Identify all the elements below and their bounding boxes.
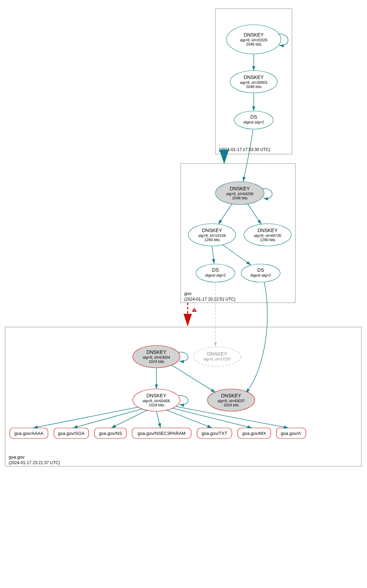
edge-ds2-to-gsa-alt [246, 282, 267, 393]
svg-text:DNSKEY: DNSKEY [258, 228, 278, 233]
edge-zsk-mx [172, 408, 252, 428]
svg-text:gsa.gov/NS: gsa.gov/NS [99, 431, 122, 436]
edge-govksk-zsk1 [218, 204, 232, 224]
edge-gsaksk-gsalt [172, 365, 215, 392]
zone-root-timestamp: (2024-01-17 17:53:30 UTC) [219, 147, 270, 152]
svg-text:1280 bits: 1280 bits [260, 238, 276, 242]
svg-text:DNSKEY: DNSKEY [146, 349, 166, 355]
svg-text:gsa.gov/TXT: gsa.gov/TXT [202, 431, 227, 436]
edge-zsk1-ds2 [222, 245, 251, 265]
svg-text:gsa.gov/AAAA: gsa.gov/AAAA [14, 431, 43, 436]
rrset-aaaa[interactable]: gsa.gov/AAAA [10, 428, 48, 438]
dnskey-gov-zsk-49735[interactable]: DNSKEY alg=8, id=49735 1280 bits [244, 224, 291, 246]
ds-gov-1[interactable]: DS digest alg=2 [196, 264, 235, 282]
zone-root-name: . [219, 141, 220, 146]
svg-text:2048 bits: 2048 bits [246, 85, 262, 89]
svg-text:DNSKEY: DNSKEY [146, 393, 166, 398]
svg-text:gsa.gov/NSEC3PARAM: gsa.gov/NSEC3PARAM [138, 431, 186, 436]
zone-root: . (2024-01-17 17:53:30 UTC) DNSKEY alg=8… [215, 9, 292, 154]
dnskey-gsa-missing[interactable]: DNSKEY alg=8, id=37297 [194, 347, 241, 366]
svg-text:gsa.gov/MX: gsa.gov/MX [242, 431, 266, 436]
svg-text:1024 bits: 1024 bits [223, 403, 239, 407]
dnskey-gov-zsk-10104[interactable]: DNSKEY alg=8, id=10104 1280 bits [188, 224, 236, 246]
edge-govksk-zsk2 [247, 204, 261, 224]
ds-gov-2[interactable]: DS digest alg=2 [241, 264, 280, 282]
dnskey-gov-ksk[interactable]: DNSKEY alg=8, id=64280 2048 bits [215, 182, 264, 205]
svg-text:DNSKEY: DNSKEY [202, 228, 222, 233]
zone-gsa-name: gsa.gov [9, 454, 25, 460]
svg-text:DNSKEY: DNSKEY [230, 186, 250, 191]
svg-text:alg=8, id=37297: alg=8, id=37297 [204, 357, 231, 361]
edge-rootds-to-govksk [243, 129, 253, 182]
rrset-ns[interactable]: gsa.gov/NS [95, 428, 127, 438]
svg-text:alg=8, id=63004: alg=8, id=63004 [143, 355, 170, 359]
svg-text:alg=8, id=60406: alg=8, id=60406 [143, 399, 170, 403]
dnskey-gsa-ksk[interactable]: DNSKEY alg=8, id=63004 1024 bits [133, 345, 180, 368]
svg-text:1024 bits: 1024 bits [149, 359, 164, 364]
svg-text:alg=8, id=64280: alg=8, id=64280 [226, 192, 254, 196]
svg-text:gsa.gov/A: gsa.gov/A [281, 431, 301, 436]
svg-text:DNSKEY: DNSKEY [221, 393, 241, 398]
rrset-nsec3param[interactable]: gsa.gov/NSEC3PARAM [132, 428, 191, 438]
svg-text:DNSKEY: DNSKEY [244, 74, 264, 80]
svg-point-38 [194, 347, 241, 366]
edge-zsk-nsec [156, 411, 161, 428]
edge-zsk-soa [73, 409, 142, 428]
svg-text:alg=8, id=30903: alg=8, id=30903 [240, 80, 268, 85]
svg-text:DS: DS [212, 267, 219, 273]
zone-gsa: gsa.gov (2024-01-17 23:21:37 UTC) DNSKEY… [5, 327, 361, 466]
svg-text:DNSKEY: DNSKEY [207, 351, 227, 357]
svg-text:digest alg=2: digest alg=2 [205, 273, 226, 277]
zone-gsa-timestamp: (2024-01-17 23:21:37 UTC) [9, 460, 60, 465]
svg-text:DNSKEY: DNSKEY [244, 32, 264, 38]
svg-text:digest alg=2: digest alg=2 [250, 273, 271, 277]
svg-text:!: ! [194, 308, 195, 312]
dnskey-root-zsk[interactable]: DNSKEY alg=8, id=30903 2048 bits [230, 71, 277, 93]
zone-gov: gov (2024-01-17 20:22:51 UTC) DNSKEY alg… [181, 164, 295, 303]
svg-rect-33 [5, 327, 361, 466]
rrset-a[interactable]: gsa.gov/A [276, 428, 306, 438]
svg-text:alg=8, id=49735: alg=8, id=49735 [254, 233, 282, 238]
rrset-txt[interactable]: gsa.gov/TXT [197, 428, 232, 438]
ds-root[interactable]: DS digest alg=2 [234, 111, 273, 129]
dnskey-root-ksk[interactable]: DNSKEY alg=8, id=20326 2048 bits [227, 25, 281, 54]
svg-text:alg=8, id=20326: alg=8, id=20326 [240, 38, 268, 42]
svg-text:2048 bits: 2048 bits [246, 42, 262, 46]
svg-text:DS: DS [257, 267, 264, 273]
svg-text:alg=8, id=10104: alg=8, id=10104 [198, 233, 226, 238]
edge-zsk-aaaa [33, 407, 138, 428]
svg-text:DS: DS [250, 114, 257, 120]
zone-gov-name: gov [184, 291, 191, 296]
svg-text:alg=8, id=43037: alg=8, id=43037 [218, 399, 245, 403]
rrset-soa[interactable]: gsa.gov/SOA [54, 428, 89, 438]
dnskey-gsa-zsk[interactable]: DNSKEY alg=8, id=60406 1024 bits [133, 389, 180, 411]
svg-text:digest alg=2: digest alg=2 [243, 120, 264, 124]
edge-zsk1-ds1 [212, 246, 214, 264]
svg-text:1280 bits: 1280 bits [204, 238, 220, 242]
svg-text:gsa.gov/SOA: gsa.gov/SOA [58, 431, 85, 436]
svg-text:2048 bits: 2048 bits [232, 196, 248, 200]
zone-gov-timestamp: (2024-01-17 20:22:51 UTC) [184, 297, 235, 302]
rrset-mx[interactable]: gsa.gov/MX [238, 428, 271, 438]
svg-text:1024 bits: 1024 bits [149, 403, 164, 407]
warning-icon: ! [192, 308, 197, 312]
dnskey-gsa-alt[interactable]: DNSKEY alg=8, id=43037 1024 bits [207, 389, 255, 411]
